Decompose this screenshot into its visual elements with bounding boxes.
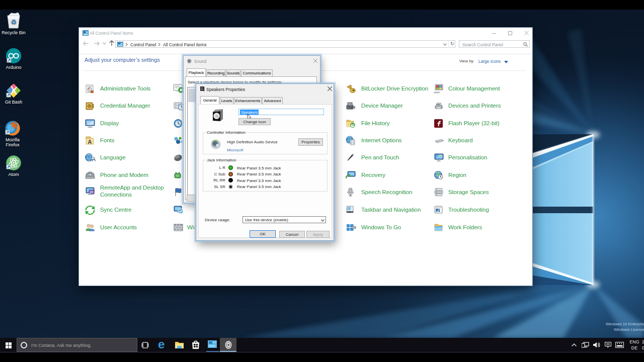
svg-text:A: A	[88, 139, 92, 145]
svg-text:♻: ♻	[11, 18, 17, 26]
svg-text:A: A	[92, 156, 96, 163]
